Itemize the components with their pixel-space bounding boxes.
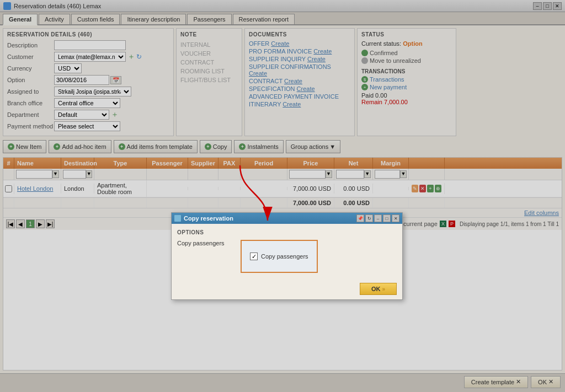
modal-maximize-btn[interactable]: □: [383, 214, 391, 222]
modal-minimize-btn[interactable]: –: [374, 214, 382, 222]
modal-titlebar: Copy reservation 📌 ↻ – □ ✕: [172, 213, 402, 224]
checkbox-check: ✓: [252, 253, 257, 260]
copy-passengers-row: ✓ Copy passengers: [250, 253, 308, 260]
copy-passengers-checkbox-label: Copy passengers: [261, 253, 308, 260]
modal-refresh-btn[interactable]: ↻: [365, 214, 373, 222]
modal-pin-btn[interactable]: 📌: [356, 214, 364, 222]
copy-passengers-checkbox[interactable]: ✓: [250, 253, 258, 260]
modal-section-title: OPTIONS: [177, 229, 397, 235]
modal-content: OPTIONS Copy passengers ✓ Copy passenger…: [172, 224, 402, 278]
modal-overlay: Copy reservation 📌 ↻ – □ ✕ OPTIONS Copy …: [0, 0, 565, 392]
copy-passengers-field-label: Copy passengers: [177, 240, 232, 246]
modal-options-row: Copy passengers ✓ Copy passengers: [177, 240, 397, 273]
modal-ok-label: OK: [371, 286, 381, 292]
modal-controls: 📌 ↻ – □ ✕: [356, 214, 399, 222]
modal-title-left: Copy reservation: [174, 215, 233, 222]
modal-options-area: ✓ Copy passengers: [241, 240, 318, 273]
copy-reservation-dialog: Copy reservation 📌 ↻ – □ ✕ OPTIONS Copy …: [171, 212, 403, 300]
modal-ok-button[interactable]: OK »: [360, 283, 397, 295]
modal-icon: [174, 215, 181, 222]
modal-close-btn[interactable]: ✕: [392, 214, 399, 222]
modal-footer: OK »: [172, 278, 402, 299]
ok-chevrons-icon: »: [382, 286, 385, 292]
modal-title: Copy reservation: [184, 215, 233, 222]
